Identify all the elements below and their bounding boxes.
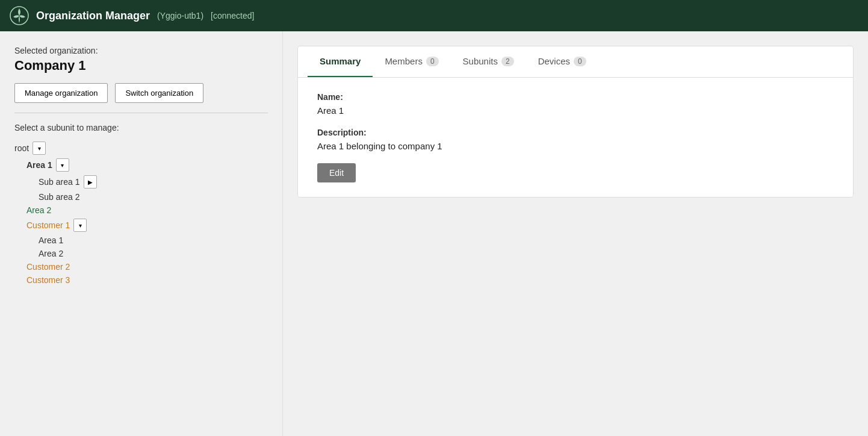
tree-customer1-label[interactable]: Customer 1	[26, 220, 70, 230]
name-field-label: Name:	[317, 92, 834, 102]
header-org-name: (Yggio-utb1)	[157, 11, 203, 20]
description-field-value: Area 1 belonging to company 1	[317, 141, 834, 151]
tree-item: Customer 2	[26, 260, 268, 273]
switch-organization-button[interactable]: Switch organization	[115, 83, 203, 103]
tree-area1-label[interactable]: Area 1	[26, 160, 52, 170]
tree-item: Area 2	[39, 247, 268, 260]
manage-organization-button[interactable]: Manage organization	[14, 83, 108, 103]
tab-subunits-label: Subunits	[463, 56, 498, 66]
tab-members-label: Members	[385, 56, 423, 66]
tree-item: Sub area 2	[39, 190, 268, 204]
tree-subarea1-label[interactable]: Sub area 1	[39, 177, 80, 187]
org-action-buttons: Manage organization Switch organization	[14, 83, 268, 103]
selected-org-label: Selected organization:	[14, 46, 268, 55]
tree-subarea1-toggle[interactable]: ▶	[84, 175, 97, 188]
app-logo-icon	[10, 6, 29, 25]
tab-devices-badge: 0	[574, 57, 586, 66]
app-title: Organization Manager	[36, 10, 150, 22]
tree-item: Sub area 1 ▶	[39, 173, 268, 190]
tree-area1-toggle[interactable]: ▾	[56, 158, 69, 172]
tab-members[interactable]: Members 0	[373, 46, 450, 77]
content-panel: Summary Members 0 Subunits 2 Devices 0 N…	[283, 31, 868, 436]
tree-item: Area 1 ▾	[26, 157, 268, 173]
tab-subunits-badge: 2	[501, 57, 514, 66]
tree-customer2-label[interactable]: Customer 2	[26, 262, 70, 272]
content-card: Summary Members 0 Subunits 2 Devices 0 N…	[297, 46, 854, 198]
tree-area2-label[interactable]: Area 2	[26, 205, 51, 215]
tree-root-toggle[interactable]: ▾	[33, 142, 46, 155]
summary-panel: Name: Area 1 Description: Area 1 belongi…	[298, 78, 853, 197]
tree-root-item: root ▾	[14, 140, 268, 157]
tree-item: Customer 3	[26, 273, 268, 287]
app-header: Organization Manager (Yggio-utb1) [conne…	[0, 0, 868, 31]
sidebar: Selected organization: Company 1 Manage …	[0, 31, 283, 436]
tab-devices[interactable]: Devices 0	[526, 46, 598, 77]
tab-devices-label: Devices	[538, 56, 570, 66]
tree-customer1-area2-label[interactable]: Area 2	[39, 249, 63, 258]
tab-bar: Summary Members 0 Subunits 2 Devices 0	[298, 46, 853, 78]
tree-customer1-area1-label[interactable]: Area 1	[39, 235, 63, 245]
tab-summary-label: Summary	[320, 56, 361, 66]
subunit-select-label: Select a subunit to manage:	[14, 123, 268, 132]
header-connection-status: [connected]	[211, 11, 254, 20]
edit-button[interactable]: Edit	[317, 163, 356, 182]
name-field-value: Area 1	[317, 105, 834, 116]
tree-item: Area 2	[26, 204, 268, 217]
tree-customer1-toggle[interactable]: ▾	[73, 219, 87, 232]
tree-root-label[interactable]: root	[14, 143, 29, 153]
description-field-label: Description:	[317, 128, 834, 137]
tree-item: Customer 1 ▾	[26, 217, 268, 234]
main-layout: Selected organization: Company 1 Manage …	[0, 31, 868, 436]
tab-members-badge: 0	[426, 57, 439, 66]
tab-subunits[interactable]: Subunits 2	[451, 46, 526, 77]
tree-customer3-label[interactable]: Customer 3	[26, 275, 70, 285]
sidebar-divider	[14, 113, 268, 113]
selected-org-name: Company 1	[14, 58, 268, 73]
tree-item: Area 1	[39, 234, 268, 247]
tree-subarea2-label[interactable]: Sub area 2	[39, 192, 80, 202]
subunit-tree: root ▾ Area 1 ▾ Sub area 1 ▶ Sub area 2 …	[14, 140, 268, 287]
tab-summary[interactable]: Summary	[308, 46, 373, 77]
